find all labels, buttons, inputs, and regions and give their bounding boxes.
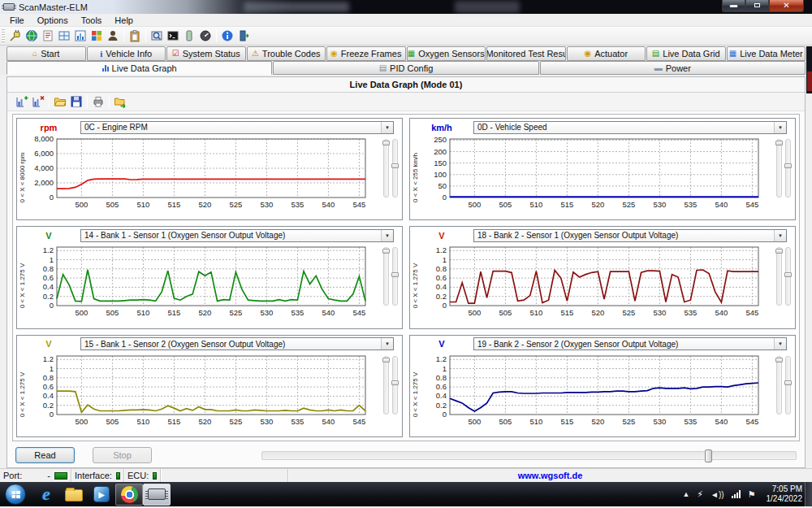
- page-title: Live Data Graph (Mode 01): [7, 77, 805, 93]
- chevron-down-icon[interactable]: ▼: [774, 338, 786, 350]
- time-scroll-slider[interactable]: [261, 451, 797, 460]
- chevron-down-icon[interactable]: ▼: [774, 230, 786, 241]
- svg-text:0.2: 0.2: [436, 292, 447, 301]
- pid-dropdown[interactable]: 18 - Bank 2 - Sensor 1 (Oxygen Sensor Ou…: [473, 229, 787, 242]
- background-window-ghost: [244, 2, 349, 12]
- power-plug-icon[interactable]: ⚡: [697, 489, 703, 500]
- document-icon[interactable]: [40, 28, 56, 43]
- chevron-down-icon[interactable]: ▼: [381, 338, 393, 350]
- search-icon[interactable]: [149, 28, 165, 43]
- pid-dropdown[interactable]: 0D - Vehicle Speed▼: [473, 121, 787, 134]
- pid-dropdown[interactable]: 0C - Engine RPM▼: [80, 121, 394, 134]
- svg-text:535: 535: [291, 417, 304, 426]
- scale-slider-min[interactable]: [383, 139, 389, 198]
- y-range-label: 0 < X < 255 km/h: [410, 136, 421, 219]
- plot-area: 50050551051552052553053554054502,0004,00…: [28, 136, 379, 219]
- windows-icon[interactable]: [89, 28, 105, 43]
- data-grid-icon[interactable]: [56, 28, 72, 43]
- menu-tools[interactable]: Tools: [75, 15, 109, 26]
- open-icon[interactable]: [52, 94, 68, 109]
- chevron-down-icon[interactable]: ▼: [774, 122, 786, 133]
- svg-text:250: 250: [434, 136, 447, 144]
- tab-live-data-grid[interactable]: ▤Live Data Grid: [646, 46, 726, 61]
- tab-trouble-codes[interactable]: ⚠Trouble Codes: [247, 46, 326, 61]
- taskbar-scanmaster-icon[interactable]: [143, 484, 171, 506]
- tab-pid-config[interactable]: ▤PID Config: [273, 61, 538, 75]
- tab-monitored-test-results[interactable]: ⚙Monitored Test Results: [486, 46, 566, 61]
- gauge-icon[interactable]: [197, 28, 214, 43]
- titlebar[interactable]: ScanMaster-ELM ▬ ✕: [0, 0, 812, 14]
- svg-text:0: 0: [443, 301, 447, 310]
- scale-slider-min[interactable]: [383, 247, 389, 306]
- maximize-button[interactable]: [745, 0, 769, 12]
- tab-freeze-frames[interactable]: ◉Freeze Frames: [326, 46, 406, 61]
- close-button[interactable]: ✕: [769, 0, 804, 12]
- svg-text:525: 525: [622, 417, 635, 426]
- start-button[interactable]: [5, 484, 26, 505]
- pid-dropdown[interactable]: 19 - Bank 2 - Sensor 2 (Oxygen Sensor Ou…: [473, 337, 787, 350]
- svg-text:540: 540: [322, 417, 335, 426]
- scale-slider-max[interactable]: [785, 139, 791, 198]
- tab-start[interactable]: ⌂Start: [6, 46, 86, 61]
- svg-text:510: 510: [136, 417, 149, 426]
- scale-slider-min[interactable]: [776, 139, 782, 198]
- tab-label: Oxygen Sensors: [418, 49, 484, 59]
- tab-power[interactable]: ▬Power: [540, 61, 806, 75]
- tab-live-data-graph[interactable]: Live Data Graph: [6, 61, 272, 75]
- device-icon[interactable]: [181, 28, 197, 43]
- minimize-button[interactable]: ▬: [722, 0, 745, 12]
- menu-help[interactable]: Help: [108, 15, 140, 26]
- chevron-down-icon[interactable]: ▼: [381, 230, 393, 241]
- taskbar-ie-icon[interactable]: e: [32, 483, 60, 506]
- paste-icon[interactable]: [127, 28, 143, 43]
- action-center-flag-icon[interactable]: ⚑: [748, 489, 756, 500]
- hidden-icons-arrow[interactable]: ▲: [682, 490, 689, 498]
- taskbar-media-player-icon[interactable]: ▶: [88, 483, 115, 506]
- info-icon[interactable]: [219, 28, 235, 43]
- remove-graph-icon[interactable]: [30, 94, 46, 109]
- taskbar-explorer-icon[interactable]: [60, 483, 88, 506]
- terminal-icon[interactable]: [165, 28, 181, 43]
- tab-live-data-meter[interactable]: ▦Live Data Meter: [727, 46, 806, 61]
- chevron-down-icon[interactable]: ▼: [381, 122, 393, 133]
- pid-dropdown[interactable]: 15 - Bank 1 - Sensor 2 (Oxygen Sensor Ou…: [80, 337, 394, 350]
- scale-slider-max[interactable]: [392, 139, 398, 198]
- taskbar-chrome-icon[interactable]: [115, 484, 143, 506]
- scale-slider-max[interactable]: [392, 356, 398, 415]
- save-icon[interactable]: [68, 94, 84, 109]
- svg-text:505: 505: [499, 200, 512, 209]
- scale-slider-min[interactable]: [383, 356, 389, 415]
- export-icon[interactable]: [112, 94, 128, 109]
- menu-file[interactable]: File: [3, 15, 31, 26]
- tab-actuator[interactable]: ◉Actuator: [567, 46, 646, 61]
- scale-slider-max[interactable]: [785, 356, 791, 415]
- globe-icon[interactable]: [24, 28, 40, 43]
- pid-dropdown[interactable]: 14 - Bank 1 - Sensor 1 (Oxygen Sensor Ou…: [80, 229, 394, 242]
- exit-icon[interactable]: [235, 28, 252, 43]
- svg-text:0.4: 0.4: [43, 283, 54, 292]
- y-range-label: 0 < X < 1.275 V: [17, 353, 28, 436]
- print-icon[interactable]: [90, 94, 106, 109]
- scale-slider-min[interactable]: [776, 356, 782, 415]
- volume-icon[interactable]: ◄)): [710, 490, 724, 499]
- add-graph-icon[interactable]: [14, 94, 30, 109]
- connect-icon[interactable]: [7, 28, 24, 43]
- time-scroll-thumb[interactable]: [705, 449, 712, 462]
- taskbar-clock[interactable]: 7:05 PM 1/24/2022: [767, 484, 803, 504]
- menu-options[interactable]: Options: [31, 15, 75, 26]
- tab-system-status[interactable]: ☑System Status: [166, 46, 246, 61]
- svg-text:535: 535: [684, 200, 697, 209]
- svg-text:510: 510: [529, 200, 542, 209]
- scale-slider-min[interactable]: [776, 247, 782, 306]
- bar-chart-icon[interactable]: [72, 28, 89, 43]
- show-desktop-button[interactable]: [805, 482, 812, 506]
- website-link[interactable]: www.wgsoft.de: [518, 471, 583, 480]
- tab-oxygen-sensors[interactable]: ▦Oxygen Sensors: [407, 46, 486, 61]
- user-icon[interactable]: [105, 28, 121, 43]
- scale-slider-max[interactable]: [392, 247, 398, 306]
- network-icon[interactable]: [732, 490, 741, 498]
- scale-sliders: [379, 353, 402, 436]
- tab-vehicle-info[interactable]: iVehicle Info: [87, 46, 166, 61]
- scale-slider-max[interactable]: [785, 247, 791, 306]
- read-button[interactable]: Read: [15, 447, 75, 463]
